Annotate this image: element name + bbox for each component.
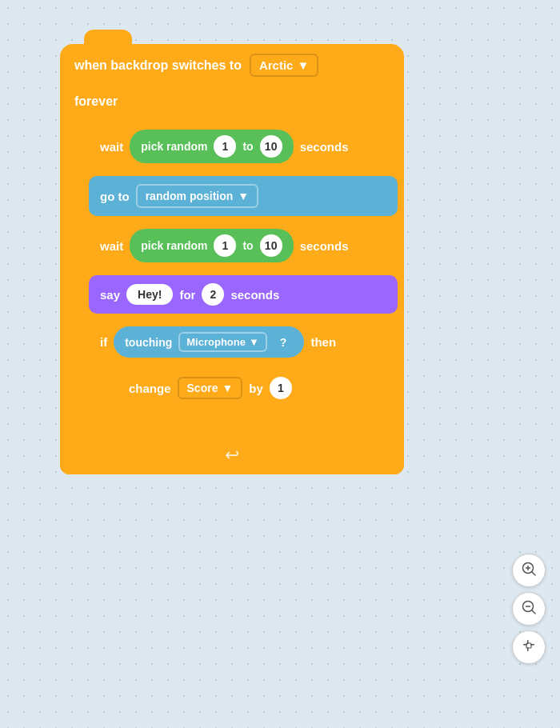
say-for-label: for <box>179 288 195 302</box>
wait2-to-label: to <box>242 239 253 252</box>
change-block: change Score ▼ by 1 <box>118 369 391 407</box>
zoom-controls <box>512 554 546 664</box>
wait2-to-value[interactable]: 10 <box>260 234 282 257</box>
wait2-seconds: seconds <box>300 239 349 253</box>
zoom-out-button[interactable] <box>512 592 546 626</box>
microphone-arrow: ▼ <box>249 336 259 348</box>
wait2-from-value[interactable]: 1 <box>214 234 236 257</box>
say-label: say <box>100 288 120 302</box>
wait2-label: wait <box>100 239 123 253</box>
wait1-to-label: to <box>242 140 253 153</box>
when-backdrop-block: when backdrop switches to Arctic ▼ <box>60 44 404 86</box>
microphone-label: Microphone <box>186 336 246 348</box>
change-label: change <box>129 382 171 395</box>
goto-block: go to random position ▼ <box>89 176 398 216</box>
if-inner: change Score ▼ by 1 <box>111 366 398 430</box>
wait1-seconds: seconds <box>300 140 349 154</box>
question-mark: ? <box>274 333 294 352</box>
wait1-label: wait <box>100 140 123 154</box>
wait-block-1: wait pick random 1 to 10 seconds <box>89 122 398 171</box>
score-dropdown[interactable]: Score ▼ <box>178 377 243 399</box>
say-seconds: seconds <box>230 288 279 302</box>
change-value[interactable]: 1 <box>270 377 292 399</box>
by-label: by <box>249 382 263 395</box>
say-block: say Hey! for 2 seconds <box>89 275 398 314</box>
forever-end: ↩ <box>60 436 404 474</box>
say-text-value[interactable]: Hey! <box>126 284 173 305</box>
repeat-arrow-icon: ↩ <box>225 445 239 466</box>
zoom-out-icon <box>521 599 537 619</box>
forever-label: forever <box>60 86 404 117</box>
zoom-in-button[interactable] <box>512 554 546 587</box>
goto-dropdown[interactable]: random position ▼ <box>136 184 259 208</box>
hat-label: when backdrop switches to <box>74 58 242 73</box>
if-bottom-bar <box>118 410 358 423</box>
pick-random-1-label: pick random <box>141 140 207 153</box>
if-label: if <box>100 335 107 349</box>
goto-value: random position <box>146 190 234 202</box>
goto-arrow: ▼ <box>238 190 249 202</box>
pick-random-2: pick random 1 to 10 <box>130 229 293 262</box>
say-duration[interactable]: 2 <box>202 283 224 306</box>
wait1-from-value[interactable]: 1 <box>214 135 236 158</box>
touching-condition: touching Microphone ▼ ? <box>114 326 304 358</box>
then-label: then <box>310 335 336 349</box>
zoom-fit-icon <box>521 638 537 658</box>
goto-label: go to <box>100 190 130 203</box>
if-header: if touching Microphone ▼ ? then <box>89 318 398 366</box>
svg-rect-11 <box>526 643 531 648</box>
if-block: if touching Microphone ▼ ? then <box>89 318 398 430</box>
score-arrow: ▼ <box>222 382 233 394</box>
pick-random-1: pick random 1 to 10 <box>130 130 293 163</box>
backdrop-arrow: ▼ <box>297 58 309 72</box>
svg-line-6 <box>532 610 535 614</box>
blocks-workspace: when backdrop switches to Arctic ▼ forev… <box>60 44 404 474</box>
zoom-in-icon <box>521 561 537 581</box>
forever-inner: wait pick random 1 to 10 seconds go to <box>82 117 404 436</box>
backdrop-dropdown[interactable]: Arctic ▼ <box>250 54 318 77</box>
zoom-fit-button[interactable] <box>512 630 546 664</box>
backdrop-value: Arctic <box>259 58 294 72</box>
pick-random-2-label: pick random <box>141 239 207 252</box>
wait-block-2: wait pick random 1 to 10 seconds <box>89 221 398 270</box>
touching-dropdown[interactable]: Microphone ▼ <box>178 332 267 352</box>
svg-line-3 <box>532 572 535 575</box>
hat-block-container: when backdrop switches to Arctic ▼ <box>60 44 404 86</box>
touching-label: touching <box>125 336 172 349</box>
forever-block: forever wait pick random 1 to 10 seconds <box>60 86 404 474</box>
wait1-to-value[interactable]: 10 <box>260 135 282 158</box>
score-value: Score <box>187 382 218 394</box>
